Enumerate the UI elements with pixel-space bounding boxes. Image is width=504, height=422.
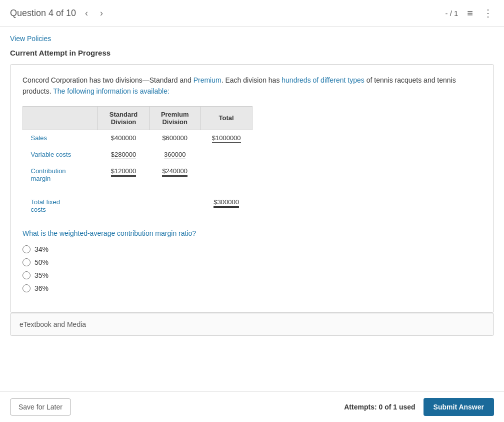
financial-table: StandardDivision PremiumDivision Total S… [22,106,252,217]
row-standard-sales: $400000 [98,130,149,147]
score-label: - / 1 [445,9,458,18]
premium-contribution-underline: $240000 [162,167,188,177]
row-label-variable: Variable costs [23,147,98,163]
row-premium-variable: 360000 [150,147,200,163]
radio-50[interactable] [22,258,30,266]
table-row: Sales $400000 $600000 $1000000 [23,130,252,147]
table-row: Total fixedcosts $300000 [23,194,252,217]
row-total-fixed: $300000 [200,194,252,217]
total-fixed-underline: $300000 [214,198,239,208]
question-prompt: What is the weighted-average contributio… [22,229,482,237]
row-total-variable [200,147,252,163]
option-34[interactable]: 34% [22,245,482,253]
question-box: Concord Corporation has two divisions—St… [10,64,494,313]
row-total-sales: $1000000 [200,130,252,147]
question-label: Question 4 of 10 [10,8,76,19]
standard-variable-underline: $280000 [111,151,136,159]
prev-button[interactable]: ‹ [82,7,91,20]
premium-variable-underline: 360000 [164,151,186,159]
text-part2: . Each division has [222,76,282,84]
text-highlight2: hundreds of different types [282,76,364,84]
more-icon-button[interactable]: ⋮ [482,6,494,20]
table-row [23,186,252,194]
option-35[interactable]: 35% [22,271,482,279]
header-left: Question 4 of 10 ‹ › [10,7,106,20]
question-text: Concord Corporation has two divisions—St… [22,75,482,97]
label-35[interactable]: 35% [34,271,48,279]
table-row: Variable costs $280000 360000 [23,147,252,163]
table-row: Contributionmargin $120000 $240000 [23,163,252,186]
row-premium-sales: $600000 [150,130,200,147]
attempt-label: Current Attempt in Progress [10,49,494,57]
footer: Save for Later Attempts: 0 of 1 used Sub… [0,391,504,422]
header-right: - / 1 ≡ ⋮ [445,6,494,20]
sales-total-underline: $1000000 [212,134,241,143]
row-label-sales: Sales [23,130,98,147]
table-header-standard: StandardDivision [98,106,149,130]
main-content: View Policies Current Attempt in Progres… [0,27,504,391]
row-standard-contribution: $120000 [98,163,149,186]
next-button[interactable]: › [97,7,106,20]
table-header-total: Total [200,106,252,130]
view-policies-link[interactable]: View Policies [10,35,51,43]
row-standard-variable: $280000 [98,147,149,163]
answer-options: 34% 50% 35% 36% [22,245,482,292]
footer-right: Attempts: 0 of 1 used Submit Answer [344,398,494,416]
table-header-empty [23,106,98,130]
row-premium-fixed [150,194,200,217]
text-part1: Concord Corporation has two divisions—St… [22,76,194,84]
attempts-text: Attempts: 0 of 1 used [344,403,415,411]
radio-35[interactable] [22,271,30,279]
radio-36[interactable] [22,284,30,292]
row-premium-contribution: $240000 [150,163,200,186]
header: Question 4 of 10 ‹ › - / 1 ≡ ⋮ [0,0,504,27]
option-36[interactable]: 36% [22,284,482,292]
save-later-button[interactable]: Save for Later [10,398,71,415]
row-label-contribution: Contributionmargin [23,163,98,186]
option-50[interactable]: 50% [22,258,482,266]
etextbook-section[interactable]: eTextbook and Media [10,313,494,336]
label-36[interactable]: 36% [34,284,48,292]
radio-34[interactable] [22,245,30,253]
table-header-premium: PremiumDivision [150,106,200,130]
submit-answer-button[interactable]: Submit Answer [424,398,494,416]
text-highlight1: Premium [194,76,222,84]
row-label-fixed: Total fixedcosts [23,194,98,217]
row-total-contribution [200,163,252,186]
standard-contribution-underline: $120000 [111,167,136,177]
text-highlight3: The following information is available: [53,87,170,95]
row-standard-fixed [98,194,149,217]
label-50[interactable]: 50% [34,258,48,266]
list-icon-button[interactable]: ≡ [466,7,474,20]
label-34[interactable]: 34% [34,245,48,253]
